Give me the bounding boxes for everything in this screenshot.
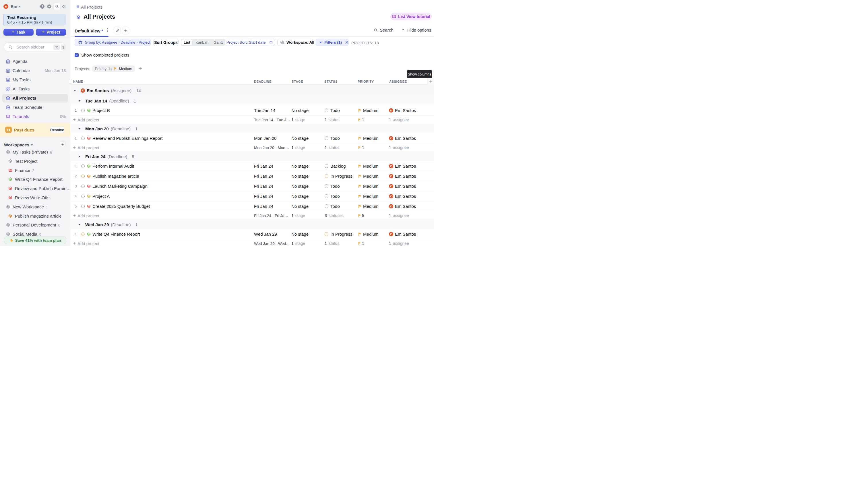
svg-text:13: 13 <box>7 70 9 72</box>
svg-text:?: ? <box>41 5 43 8</box>
